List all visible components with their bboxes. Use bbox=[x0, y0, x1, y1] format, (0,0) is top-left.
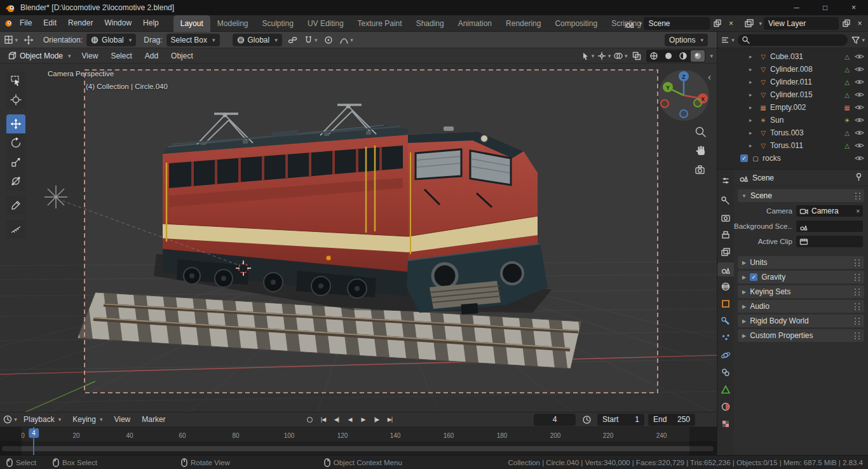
minimize-button[interactable]: ─ bbox=[782, 0, 811, 15]
gizmo-y-neg[interactable] bbox=[694, 99, 702, 107]
section-keying-sets[interactable]: ▶ Keying Sets bbox=[738, 285, 864, 298]
tab-output-properties[interactable] bbox=[718, 228, 733, 242]
expand-arrow-icon[interactable]: ▸ bbox=[749, 53, 758, 60]
timeline-scrollbar[interactable] bbox=[2, 446, 714, 451]
workspace-tab-texture-paint[interactable]: Texture Paint bbox=[351, 15, 409, 32]
view-layer-chooser-icon[interactable] bbox=[743, 17, 755, 30]
proportional-falloff-icon[interactable]: ▾ bbox=[339, 34, 353, 46]
gravity-checkbox[interactable]: ✓ bbox=[750, 273, 757, 281]
shading-wireframe-icon[interactable] bbox=[647, 50, 661, 62]
tab-modifier-properties[interactable] bbox=[718, 314, 733, 328]
tab-object-data-properties[interactable] bbox=[718, 383, 733, 397]
tab-world-properties[interactable] bbox=[718, 280, 733, 294]
panel-grip-handle[interactable] bbox=[855, 289, 860, 296]
tab-scene-properties[interactable] bbox=[717, 262, 734, 276]
panel-grip-handle[interactable] bbox=[855, 274, 860, 281]
camera-field[interactable]: Camera × bbox=[796, 205, 863, 217]
expand-arrow-icon[interactable]: ▸ bbox=[749, 104, 758, 111]
overlays-toggle-icon[interactable]: ▾ bbox=[613, 50, 627, 62]
tab-particle-properties[interactable] bbox=[718, 331, 733, 345]
unlink-scene-icon[interactable]: × bbox=[725, 17, 736, 30]
section-units[interactable]: ▶ Units bbox=[738, 256, 864, 269]
viewport-3d[interactable]: Camera Perspective (4) Collection | Circ… bbox=[0, 64, 717, 412]
outliner-row-torus-003[interactable]: ▸ ▽ Torus.003 △ bbox=[717, 126, 868, 139]
viewport-menu-object[interactable]: Object bbox=[165, 48, 199, 64]
shading-solid-icon[interactable] bbox=[661, 50, 675, 62]
editor-type-icon[interactable]: ▾ bbox=[4, 34, 18, 46]
view-layer-selector[interactable]: View Layer bbox=[764, 17, 839, 30]
tool-annotate[interactable] bbox=[6, 196, 25, 215]
new-view-layer-icon[interactable] bbox=[841, 17, 852, 30]
visibility-eye-icon[interactable] bbox=[855, 53, 864, 60]
menu-file[interactable]: File bbox=[14, 15, 37, 31]
visibility-eye-icon[interactable] bbox=[855, 142, 864, 149]
tab-tool-properties[interactable] bbox=[718, 194, 733, 208]
empty-axes-object[interactable] bbox=[44, 186, 67, 208]
scene-panel-header[interactable]: ▼ Scene bbox=[738, 189, 864, 202]
section-rigid-body-world[interactable]: ▶ Rigid Body World bbox=[738, 315, 864, 327]
background-scene-field[interactable] bbox=[796, 221, 863, 232]
expand-arrow-icon[interactable]: ▸ bbox=[749, 130, 758, 136]
timeline-menu-keying[interactable]: Keying▾ bbox=[67, 412, 107, 427]
visibility-eye-icon[interactable] bbox=[855, 117, 864, 123]
auto-keyframe-clock-icon[interactable] bbox=[580, 413, 593, 426]
viewport-menu-view[interactable]: View bbox=[76, 48, 104, 64]
properties-editor-type-icon[interactable] bbox=[718, 173, 733, 187]
jump-end-button[interactable]: ▶| bbox=[384, 413, 396, 426]
outliner-row-sun[interactable]: ▸ ☀ Sun ☀ bbox=[717, 114, 868, 126]
workspace-tab-sculpting[interactable]: Sculpting bbox=[255, 15, 301, 32]
panel-grip-handle[interactable] bbox=[855, 318, 860, 325]
play-button[interactable]: ▶ bbox=[357, 413, 369, 426]
tool-transform[interactable] bbox=[6, 172, 25, 191]
outliner-search-input[interactable] bbox=[738, 34, 848, 46]
active-tool-move-icon[interactable] bbox=[22, 34, 36, 46]
end-frame-field[interactable]: End 250 bbox=[648, 414, 695, 426]
zoom-tool-icon[interactable] bbox=[694, 126, 708, 139]
outliner-row-cylinder-008[interactable]: ▸ ▽ Cylinder.008 △ bbox=[717, 63, 868, 76]
shading-material-icon[interactable] bbox=[676, 50, 690, 62]
workspace-tab-shading[interactable]: Shading bbox=[409, 15, 451, 32]
viewport-menu-select[interactable]: Select bbox=[105, 48, 137, 64]
visibility-eye-icon[interactable] bbox=[855, 155, 864, 161]
prev-keyframe-button[interactable]: ◀| bbox=[330, 413, 342, 426]
expand-arrow-icon[interactable]: ▸ bbox=[749, 92, 758, 98]
workspace-tab-layout[interactable]: Layout bbox=[173, 15, 210, 32]
camera-view-icon[interactable] bbox=[694, 164, 708, 177]
viewport-3d-scene[interactable] bbox=[0, 64, 717, 412]
visibility-eye-icon[interactable] bbox=[855, 130, 864, 136]
tool-select-box[interactable] bbox=[6, 71, 25, 90]
drag-dropdown[interactable]: Select Box ▾ bbox=[166, 34, 220, 46]
tab-texture-properties[interactable] bbox=[718, 417, 733, 431]
pan-hand-icon[interactable] bbox=[694, 145, 708, 158]
new-scene-icon[interactable] bbox=[712, 17, 723, 30]
workspace-tab-compositing[interactable]: Compositing bbox=[548, 15, 604, 32]
timeline-menu-marker[interactable]: Marker bbox=[137, 412, 170, 427]
collection-checkbox[interactable]: ✓ bbox=[740, 154, 748, 162]
gizmo-x-neg[interactable] bbox=[661, 100, 668, 107]
scene-selector[interactable]: Scene bbox=[644, 17, 710, 30]
outliner-row-cylinder-015[interactable]: ▸ ▽ Cylinder.015 △ bbox=[717, 88, 868, 101]
clear-camera-icon[interactable]: × bbox=[856, 208, 860, 215]
tab-render-properties[interactable] bbox=[718, 211, 733, 225]
outliner-row-cube-031[interactable]: ▸ ▽ Cube.031 △ bbox=[717, 50, 868, 63]
visibility-eye-icon[interactable] bbox=[855, 92, 864, 98]
tool-move[interactable] bbox=[6, 114, 25, 133]
expand-arrow-icon[interactable]: ▸ bbox=[749, 79, 758, 85]
visibility-eye-icon[interactable] bbox=[855, 79, 864, 85]
start-frame-field[interactable]: Start 1 bbox=[597, 414, 644, 426]
active-clip-field[interactable] bbox=[796, 236, 863, 247]
viewport-menu-add[interactable]: Add bbox=[139, 48, 164, 64]
tab-view-layer-properties[interactable] bbox=[718, 245, 733, 259]
panel-grip-handle[interactable] bbox=[855, 259, 860, 266]
expand-arrow-icon[interactable]: ▸ bbox=[749, 66, 758, 72]
tool-cursor[interactable] bbox=[6, 90, 25, 109]
tab-physics-properties[interactable] bbox=[718, 348, 733, 362]
maximize-button[interactable]: □ bbox=[811, 0, 839, 15]
tab-material-properties[interactable] bbox=[718, 400, 733, 414]
close-button[interactable]: × bbox=[839, 0, 868, 15]
tool-measure[interactable] bbox=[6, 220, 25, 239]
tab-object-properties[interactable] bbox=[718, 297, 733, 311]
section-gravity[interactable]: ▶ ✓ Gravity bbox=[738, 271, 864, 283]
current-frame-field[interactable]: 4 bbox=[534, 414, 576, 426]
timeline-track-area[interactable] bbox=[0, 441, 717, 455]
